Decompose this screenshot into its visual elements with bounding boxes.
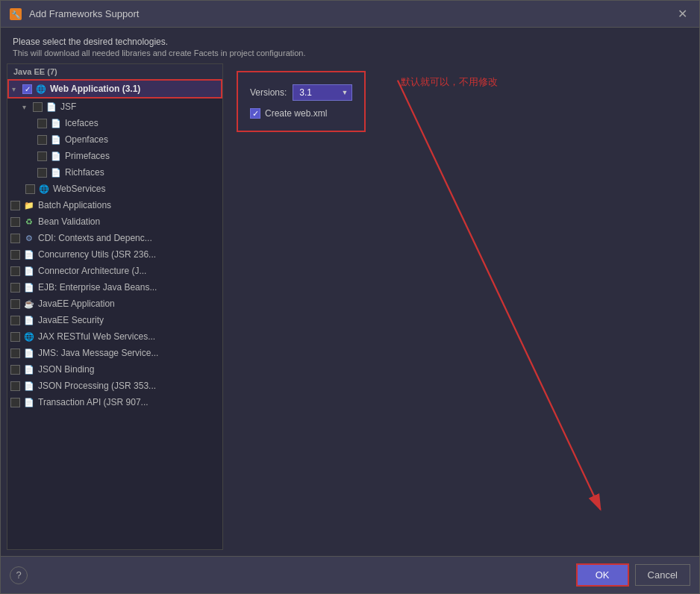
connector-icon: 📄 [23,265,35,277]
json-processing-icon: 📄 [23,380,35,392]
dialog-body: Please select the desired technologies. … [1,28,699,556]
checkbox-primefaces[interactable] [37,151,47,161]
right-panel: Versions: 3.1 3.0 2.5 ✓ Create web.xml [229,63,693,550]
primefaces-icon: 📄 [50,150,62,162]
checkbox-openfaces[interactable] [37,135,47,145]
checkbox-connector[interactable] [10,266,20,276]
add-frameworks-dialog: 🔧 Add Frameworks Support ✕ Please select… [0,0,700,594]
ejb-icon: 📄 [23,281,35,293]
checkbox-json-processing[interactable] [10,381,20,391]
tree-item-ejb[interactable]: 📄 EJB: Enterprise Java Beans... [7,279,222,296]
title-text: Add Frameworks Support [29,8,673,19]
tree-item-json-processing[interactable]: 📄 JSON Processing (JSR 353... [7,378,222,394]
tree-item-jms[interactable]: 📄 JMS: Java Message Service... [7,345,222,361]
openfaces-icon: 📄 [50,134,62,146]
tree-item-javaee-security[interactable]: 📄 JavaEE Security [7,312,222,328]
tree-label-ejb: EJB: Enterprise Java Beans... [38,282,157,293]
tree-item-jax-restful[interactable]: 🌐 JAX RESTful Web Services... [7,328,222,345]
version-config-box: Versions: 3.1 3.0 2.5 ✓ Create web.xml [237,71,366,132]
annotation-arrow [229,63,693,550]
frameworks-tree[interactable]: Java EE (7) ▾ ✓ 🌐 Web Application (3.1) … [7,63,223,550]
tree-item-webservices[interactable]: 🌐 WebServices [7,181,222,197]
cancel-button[interactable]: Cancel [635,564,690,586]
create-xml-label: Create web.xml [265,108,327,119]
tree-label-richfaces: Richfaces [65,167,104,178]
tree-label-webservices: WebServices [53,184,105,194]
icefaces-icon: 📄 [50,117,62,129]
checkbox-bean[interactable] [10,217,20,227]
checkbox-jms[interactable] [10,348,20,358]
checkbox-ejb[interactable] [10,283,20,293]
checkbox-concurrency[interactable] [10,250,20,260]
concurrency-icon: 📄 [23,248,35,260]
tree-item-web-application[interactable]: ▾ ✓ 🌐 Web Application (3.1) [7,79,222,99]
svg-line-3 [398,81,601,510]
tree-label-javaee-security: JavaEE Security [38,315,104,325]
tree-label-jsf: JSF [60,101,76,112]
title-bar: 🔧 Add Frameworks Support ✕ [1,1,699,28]
checkbox-web-application[interactable]: ✓ [22,84,32,94]
tree-label-concurrency: Concurrency Utils (JSR 236... [38,249,156,260]
checkbox-webservices[interactable] [25,184,35,194]
tree-label-bean: Bean Validation [38,216,100,227]
description-line2: This will download all needed libraries … [13,49,687,57]
tree-item-concurrency[interactable]: 📄 Concurrency Utils (JSR 236... [7,246,222,263]
bottom-bar: ? OK Cancel [1,556,699,593]
tree-label-batch: Batch Applications [38,200,111,210]
tree-label-cdi: CDI: Contexts and Depenc... [38,233,152,243]
ok-button[interactable]: OK [576,563,629,587]
jms-icon: 📄 [23,347,35,359]
help-button[interactable]: ? [10,566,28,584]
tree-item-openfaces[interactable]: 📄 Openfaces [7,131,222,148]
tree-item-connector[interactable]: 📄 Connector Architecture (J... [7,263,222,279]
close-button[interactable]: ✕ [673,4,692,24]
checkbox-javaee-app[interactable] [10,299,20,309]
checkbox-json-binding[interactable] [10,365,20,375]
checkbox-cdi[interactable] [10,234,20,243]
expand-arrow: ▾ [12,85,21,93]
checkbox-transaction[interactable] [10,398,20,407]
checkbox-batch[interactable] [10,201,20,210]
checkbox-jsf[interactable] [33,102,43,112]
webservices-icon: 🌐 [38,183,50,195]
transaction-icon: 📄 [23,396,35,408]
tree-label-jms: JMS: Java Message Service... [38,348,158,358]
richfaces-icon: 📄 [50,166,62,178]
tree-label-javaee-app: JavaEE Application [38,298,115,309]
description-area: Please select the desired technologies. … [1,28,699,63]
description-line1: Please select the desired technologies. [13,37,687,47]
tree-item-json-binding[interactable]: 📄 JSON Binding [7,361,222,378]
svg-text:🔧: 🔧 [11,10,21,19]
tree-item-icefaces[interactable]: 📄 Icefaces [7,115,222,131]
jsf-arrow: ▾ [22,103,31,111]
annotation-text: 默认就可以，不用修改 [401,75,498,89]
tree-item-batch-applications[interactable]: 📁 Batch Applications [7,197,222,213]
checkbox-jax[interactable] [10,332,20,342]
tree-label-primefaces: Primefaces [65,151,110,161]
version-select-wrapper[interactable]: 3.1 3.0 2.5 [293,84,352,101]
tree-item-javaee-app[interactable]: ☕ JavaEE Application [7,296,222,312]
tree-label-jax: JAX RESTful Web Services... [38,331,155,342]
tree-item-jsf[interactable]: ▾ 📄 JSF [7,99,222,115]
checkbox-javaee-security[interactable] [10,316,20,325]
javaee-app-icon: ☕ [23,298,35,310]
create-xml-row[interactable]: ✓ Create web.xml [250,108,352,119]
checkbox-richfaces[interactable] [37,168,47,178]
javaee-security-icon: 📄 [23,314,35,326]
tree-item-bean-validation[interactable]: ♻ Bean Validation [7,213,222,230]
tree-item-cdi[interactable]: ⚙ CDI: Contexts and Depenc... [7,230,222,246]
tree-item-primefaces[interactable]: 📄 Primefaces [7,148,222,164]
tree-item-richfaces[interactable]: 📄 Richfaces [7,164,222,181]
tree-item-transaction[interactable]: 📄 Transaction API (JSR 907... [7,394,222,410]
create-xml-checkbox[interactable]: ✓ [250,108,260,119]
tree-label-connector: Connector Architecture (J... [38,266,146,276]
jax-icon: 🌐 [23,331,35,343]
section-javaee: Java EE (7) [7,64,222,79]
web-application-icon: 🌐 [35,83,47,95]
batch-icon: 📁 [23,199,35,211]
tree-label-web-application: Web Application (3.1) [50,84,140,94]
version-select[interactable]: 3.1 3.0 2.5 [293,84,352,101]
cdi-icon: ⚙ [23,232,35,244]
bean-icon: ♻ [23,216,35,228]
checkbox-icefaces[interactable] [37,119,47,128]
